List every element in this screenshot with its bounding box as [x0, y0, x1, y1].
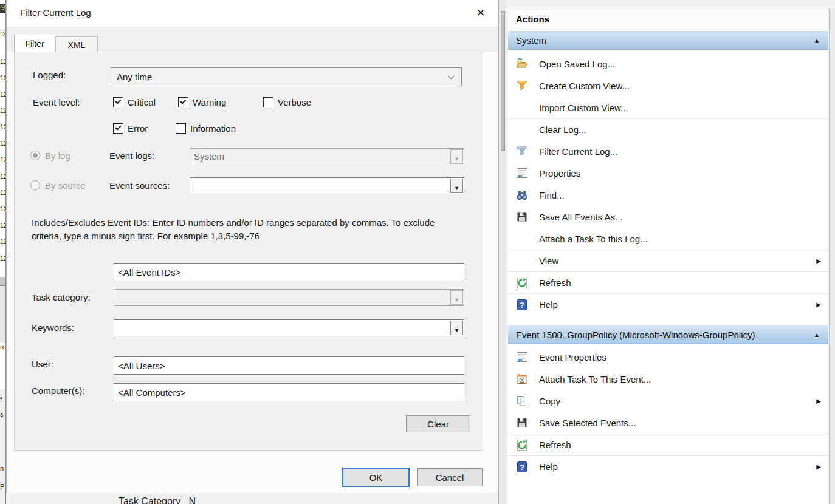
bg-fragment: 12 — [0, 189, 6, 196]
action-event-properties[interactable]: Event Properties — [508, 346, 828, 368]
action-filter-current-log[interactable]: Filter Current Log... — [508, 140, 828, 162]
radio-by-source[interactable] — [30, 180, 40, 190]
action-item-label: Create Custom View... — [539, 81, 828, 91]
checkbox-unchecked-icon — [176, 123, 186, 134]
action-create-custom-view[interactable]: Create Custom View... — [508, 75, 828, 97]
refresh-icon — [516, 439, 528, 451]
action-item-label: Filter Current Log... — [539, 146, 828, 157]
bg-fragment: 12 — [0, 123, 6, 131]
dropdown-button[interactable]: ▼ — [450, 321, 463, 335]
action-import-custom-view[interactable]: Import Custom View... — [508, 97, 828, 118]
action-item-label: View — [539, 256, 816, 266]
action-item-label: Attach Task To This Event... — [539, 374, 828, 384]
scrollbar-thumb[interactable] — [501, 11, 505, 151]
checkbox-label: Information — [190, 123, 236, 134]
by-log-label: By log — [45, 150, 70, 162]
ok-button[interactable]: OK — [342, 468, 410, 487]
action-properties[interactable]: Properties — [508, 162, 828, 184]
screen: 9 D 12 12 12 12 12 12 12 12 12 12 12 12 … — [0, 0, 835, 504]
action-item-label: Import Custom View... — [539, 103, 828, 113]
action-attach-task-to-log[interactable]: Attach a Task To this Log... — [508, 228, 828, 250]
action-open-saved-log[interactable]: Open Saved Log... — [508, 53, 828, 75]
checkbox-checked-icon — [113, 97, 123, 107]
event-ids-help-text: Includes/Excludes Event IDs: Enter ID nu… — [32, 216, 466, 243]
bg-fragment: 12 — [0, 90, 6, 98]
tab-filter[interactable]: Filter — [14, 35, 55, 52]
radio-by-log[interactable] — [30, 151, 40, 160]
section-header-system[interactable]: System ▲ — [508, 31, 828, 50]
checkbox-label: Verbose — [278, 97, 311, 107]
user-input[interactable] — [114, 356, 464, 375]
actions-content: Actions System ▲ Open Saved Log... Creat… — [508, 8, 828, 504]
action-refresh[interactable]: Refresh — [508, 271, 828, 293]
submenu-arrow-icon: ▶ — [816, 257, 821, 264]
bg-fragment: n — [0, 465, 4, 472]
event-level-label: Event level: — [33, 97, 80, 109]
action-save-selected-events[interactable]: Save Selected Events... — [508, 412, 828, 434]
keywords-label: Keywords: — [32, 322, 74, 334]
action-find[interactable]: Find... — [508, 184, 828, 206]
dropdown-button[interactable]: ▼ — [450, 179, 463, 193]
bg-fragment: 12 — [0, 107, 6, 114]
panel-top-strip — [507, 0, 835, 7]
section-header-label: System — [516, 35, 546, 46]
checkbox-warning[interactable]: Warning — [178, 97, 226, 107]
dialog-footer: OK Cancel — [7, 451, 498, 493]
bg-divider — [0, 277, 6, 285]
computers-label: Computer(s): — [32, 385, 85, 397]
bg-fragment: f — [0, 396, 2, 403]
filter-tab-page: Logged: Any time Event level: Critical W… — [14, 52, 483, 451]
task-category-label: Task category: — [32, 291, 91, 304]
logged-value: Any time — [117, 72, 152, 82]
logged-dropdown[interactable]: Any time — [111, 67, 462, 86]
event-logs-value: System — [194, 151, 224, 162]
no-icon — [516, 233, 528, 245]
properties-icon — [516, 167, 528, 179]
event-ids-input[interactable] — [114, 263, 464, 281]
action-help-event[interactable]: ? Help ▶ — [508, 455, 828, 477]
bg-fragment: 12 — [0, 140, 6, 147]
tab-xml[interactable]: XML — [55, 36, 98, 52]
no-icon — [516, 124, 528, 136]
find-binoculars-icon — [516, 189, 528, 201]
action-attach-task-to-event[interactable]: Attach Task To This Event... — [508, 368, 828, 390]
checkbox-information[interactable]: Information — [176, 123, 236, 134]
close-icon[interactable]: ✕ — [473, 5, 488, 20]
event-sources-dropdown[interactable]: ▼ — [190, 177, 464, 194]
keywords-dropdown[interactable]: ▼ — [114, 319, 464, 336]
vertical-scrollbar[interactable] — [498, 0, 507, 504]
computers-input[interactable] — [114, 383, 464, 401]
action-refresh-event[interactable]: Refresh — [508, 434, 828, 455]
action-help[interactable]: ? Help ▶ — [508, 293, 828, 315]
action-item-label: Attach a Task To this Log... — [539, 234, 828, 244]
attach-task-icon — [516, 373, 528, 385]
bg-fragment: 12 — [0, 58, 6, 65]
action-save-all-events-as[interactable]: Save All Events As... — [508, 206, 828, 228]
submenu-arrow-icon: ▶ — [816, 398, 821, 404]
bg-fragment: 12 — [0, 238, 6, 245]
action-copy[interactable]: Copy ▶ — [508, 390, 828, 412]
checkbox-error[interactable]: Error — [113, 123, 148, 134]
action-clear-log[interactable]: Clear Log... — [508, 118, 828, 140]
collapse-arrow-icon[interactable]: ▲ — [814, 332, 820, 338]
bg-fragment: 12 — [0, 156, 6, 163]
checkbox-verbose[interactable]: Verbose — [263, 97, 311, 107]
no-icon — [516, 101, 528, 114]
by-source-label: By source — [45, 180, 86, 192]
copy-icon — [516, 395, 528, 407]
cancel-button[interactable]: Cancel — [417, 468, 483, 486]
checkbox-label: Error — [128, 123, 148, 134]
action-item-label: Save Selected Events... — [539, 418, 828, 428]
checkbox-label: Warning — [193, 97, 226, 107]
submenu-arrow-icon: ▶ — [816, 463, 821, 470]
action-view[interactable]: View ▶ — [508, 250, 828, 271]
clear-button[interactable]: Clear — [406, 415, 470, 432]
logged-label: Logged: — [33, 69, 66, 81]
bg-scrollbar-fragment — [0, 285, 6, 343]
section-header-event-1500[interactable]: Event 1500, GroupPolicy (Microsoft-Windo… — [508, 325, 828, 344]
actions-panel-title: Actions — [508, 8, 828, 30]
checkbox-critical[interactable]: Critical — [113, 97, 156, 107]
collapse-arrow-icon[interactable]: ▲ — [814, 37, 820, 44]
dropdown-button-disabled: ▼ — [450, 149, 463, 164]
refresh-icon — [516, 277, 528, 289]
